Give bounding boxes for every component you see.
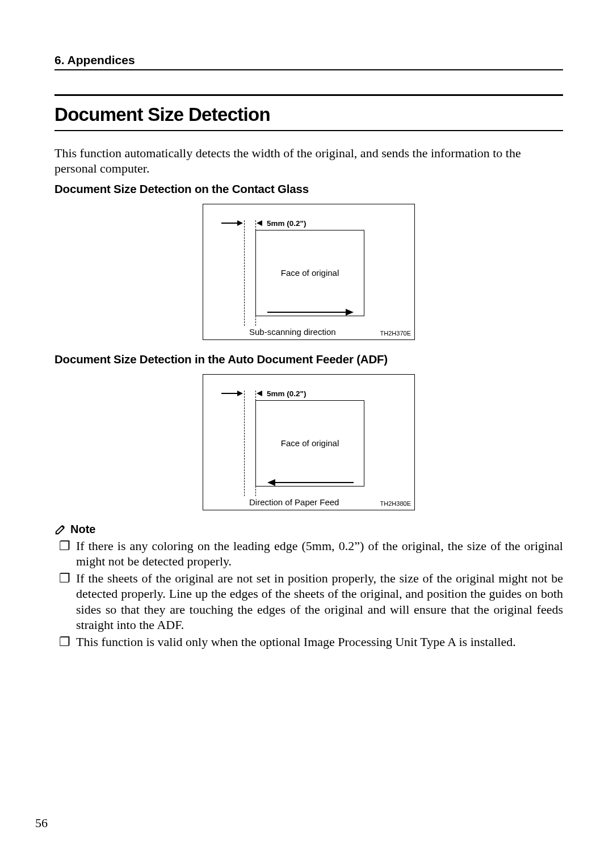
running-head: 6. Appendices — [54, 53, 563, 70]
figure-adf: 5mm (0.2") Face of original Direction of… — [203, 374, 415, 510]
arrow-right-icon — [237, 220, 243, 226]
page-number: 56 — [35, 816, 48, 831]
arrow-shaft — [221, 393, 237, 394]
dimension-arrows — [221, 220, 261, 226]
arrow-right-icon — [346, 309, 354, 316]
pencil-icon — [54, 523, 67, 535]
note-item: ❐ This function is valid only when the o… — [59, 634, 563, 649]
section-title: Document Size Detection — [54, 100, 563, 131]
arrow-shaft — [221, 223, 237, 224]
figure-caption: Direction of Paper Feed — [249, 497, 339, 507]
arrow-left-icon — [257, 391, 262, 396]
original-face-box: Face of original — [255, 230, 364, 316]
subsection-heading-contact-glass: Document Size Detection on the Contact G… — [54, 182, 563, 196]
note-item: ❐ If there is any coloring on the leadin… — [59, 538, 563, 569]
direction-arrow-left — [267, 479, 352, 486]
figure-contact-glass: 5mm (0.2") Face of original Sub-scanning… — [203, 204, 415, 340]
box-bullet-icon: ❐ — [59, 571, 76, 586]
arrow-left-icon — [257, 220, 262, 226]
note-label: Note — [70, 523, 95, 536]
face-label: Face of original — [281, 438, 339, 448]
original-face-box: Face of original — [255, 400, 364, 487]
intro-paragraph: This function automatically detects the … — [54, 146, 563, 177]
reference-line — [244, 391, 245, 496]
face-label: Face of original — [281, 268, 339, 278]
figure-reference-code: TH2H380E — [380, 500, 411, 507]
direction-arrow-right — [267, 309, 352, 316]
subsection-heading-adf: Document Size Detection in the Auto Docu… — [54, 353, 563, 366]
box-bullet-icon: ❐ — [59, 634, 76, 649]
note-heading: Note — [54, 523, 563, 536]
figure-caption: Sub-scanning direction — [249, 327, 336, 337]
arrow-right-icon — [237, 391, 243, 396]
note-item: ❐ If the sheets of the original are not … — [59, 571, 563, 632]
note-text: If the sheets of the original are not se… — [76, 571, 563, 632]
note-text: If there is any coloring on the leading … — [76, 538, 563, 569]
arrow-shaft — [274, 482, 354, 483]
figure-2-wrapper: 5mm (0.2") Face of original Direction of… — [54, 374, 563, 510]
dimension-label: 5mm (0.2") — [267, 219, 306, 228]
dimension-label: 5mm (0.2") — [267, 389, 306, 398]
note-text: This function is valid only when the opt… — [76, 634, 563, 649]
title-rule — [54, 94, 563, 96]
document-page: 6. Appendices Document Size Detection Th… — [0, 0, 613, 868]
box-bullet-icon: ❐ — [59, 538, 76, 553]
arrow-shaft — [267, 312, 347, 313]
dimension-arrows — [221, 391, 261, 396]
reference-line — [244, 220, 245, 326]
note-list: ❐ If there is any coloring on the leadin… — [54, 538, 563, 650]
figure-reference-code: TH2H370E — [380, 330, 411, 337]
figure-1-wrapper: 5mm (0.2") Face of original Sub-scanning… — [54, 204, 563, 340]
